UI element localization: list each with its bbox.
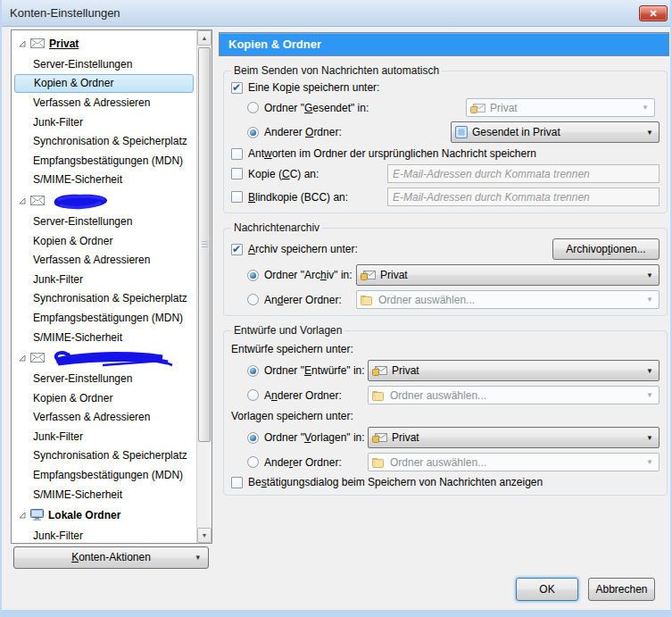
account-envelope-icon — [470, 103, 485, 113]
templates-other-label: Anderer Ordner: — [264, 456, 368, 469]
sidebar-item[interactable]: Empfangsbestätigungen (MDN) — [12, 151, 196, 171]
scrollbar-thumb[interactable] — [198, 47, 211, 442]
sidebar-account-privat[interactable]: Privat — [12, 32, 196, 54]
scroll-down-button[interactable]: ▼ — [197, 528, 212, 543]
archive-other-dropdown[interactable]: Ordner auswählen... ▼ — [356, 290, 660, 309]
titlebar[interactable]: Konten-Einstellungen ✕ — [2, 0, 670, 27]
expander-icon — [18, 354, 27, 363]
templates-other-radio[interactable] — [247, 456, 259, 468]
templates-folder-radio[interactable] — [247, 432, 259, 444]
sidebar-item[interactable]: Synchronisation & Speicherplatz — [12, 289, 196, 309]
ok-button[interactable]: OK — [516, 578, 578, 601]
expander-icon — [18, 39, 27, 48]
group-archive: Nachrichtenarchiv Archiv speichern unter… — [223, 221, 668, 316]
reply-in-origin-checkbox[interactable] — [231, 148, 243, 160]
sidebar-item[interactable]: Junk-Filter — [12, 526, 196, 543]
sidebar-item[interactable]: Junk-Filter — [12, 427, 196, 446]
window-title: Konten-Einstellungen — [10, 6, 120, 20]
archive-folder-dropdown[interactable]: Privat ▼ — [356, 264, 660, 286]
sidebar-item[interactable]: Junk-Filter — [12, 270, 196, 289]
scroll-up-icon: ▲ — [202, 35, 208, 41]
group-legend: Entwürfe und Vorlagen — [231, 324, 344, 337]
sidebar-item[interactable]: Server-Einstellungen — [12, 54, 196, 74]
konten-aktionen-button[interactable]: Konten-Aktionen ▾ — [13, 546, 209, 569]
sidebar-item[interactable]: Empfangsbestätigungen (MDN) — [12, 308, 196, 328]
expander-icon — [18, 196, 27, 205]
sidebar-item[interactable]: Verfassen & Adressieren — [12, 408, 196, 428]
sidebar-scrollbar[interactable]: ▲ ▼ — [196, 30, 212, 543]
cc-input[interactable] — [387, 164, 660, 183]
sidebar-item[interactable]: Synchronisation & Speicherplatz — [12, 131, 196, 151]
drafts-caption: Entwürfe speichern unter: — [231, 343, 660, 355]
chevron-down-icon: ▼ — [646, 129, 653, 137]
chevron-down-icon: ▼ — [646, 434, 653, 442]
scroll-up-button[interactable]: ▲ — [197, 30, 212, 46]
cancel-button[interactable]: Abbrechen — [588, 578, 655, 601]
sidebar-item[interactable]: Kopien & Ordner — [12, 388, 196, 408]
group-drafts-templates: Entwürfe und Vorlagen Entwürfe speichern… — [223, 324, 668, 496]
sidebar-account-redacted[interactable] — [12, 189, 196, 212]
drafts-folder-label: Ordner "Entwürfe" in: — [264, 364, 368, 377]
sent-folder-dropdown[interactable]: Privat ▼ — [466, 98, 655, 117]
drafts-folder-radio[interactable] — [247, 365, 259, 377]
sidebar-account-lokale-ordner[interactable]: Lokale Ordner — [12, 504, 196, 526]
sidebar-item[interactable]: Verfassen & Adressieren — [12, 250, 196, 270]
keep-archive-checkbox[interactable] — [231, 244, 243, 255]
mail-account-icon — [30, 38, 45, 48]
templates-folder-label: Ordner "Vorlagen" in: — [264, 431, 368, 444]
sidebar-item[interactable]: S/MIME-Sicherheit — [12, 328, 196, 347]
archive-folder-radio[interactable] — [247, 270, 259, 281]
drafts-other-radio[interactable] — [247, 389, 259, 401]
settings-panel: Kopien & Ordner Beim Senden von Nachrich… — [219, 32, 669, 496]
archive-other-radio[interactable] — [247, 294, 259, 305]
sidebar-item[interactable]: Server-Einstellungen — [12, 369, 196, 388]
drafts-folder-dropdown[interactable]: Privat ▼ — [368, 360, 660, 381]
panel-title: Kopien & Ordner — [219, 32, 669, 56]
chevron-down-icon: ▼ — [646, 367, 653, 375]
sidebar-item[interactable]: S/MIME-Sicherheit — [12, 171, 196, 190]
mail-account-icon — [30, 353, 45, 363]
sidebar-item[interactable]: S/MIME-Sicherheit — [12, 485, 196, 504]
cc-checkbox[interactable] — [231, 168, 243, 179]
account-name: Privat — [49, 38, 79, 50]
chevron-down-icon: ▼ — [646, 458, 653, 466]
folder-icon — [372, 456, 386, 468]
other-folder-radio[interactable] — [247, 127, 259, 138]
sidebar-account-redacted[interactable] — [12, 346, 196, 369]
bcc-checkbox[interactable] — [231, 191, 243, 203]
sidebar-item[interactable]: Kopien & Ordner — [12, 231, 196, 251]
account-tree: Privat Server-Einstellungen Kopien & Ord… — [11, 29, 212, 544]
sidebar-item[interactable]: Synchronisation & Speicherplatz — [12, 446, 196, 466]
sent-folder-radio[interactable] — [247, 102, 259, 113]
mail-account-icon — [30, 196, 45, 205]
save-copy-label: Eine Kopie speichern unter: — [248, 81, 379, 94]
account-envelope-icon — [361, 270, 376, 280]
archive-options-button[interactable]: Archivoptionen... — [552, 238, 660, 260]
drafts-other-dropdown[interactable]: Ordner auswählen... ▼ — [368, 386, 660, 404]
sidebar-item-selected[interactable]: Kopien & Ordner — [14, 74, 194, 94]
scroll-down-icon: ▼ — [202, 532, 208, 538]
sidebar-item[interactable]: Server-Einstellungen — [12, 212, 196, 231]
templates-other-dropdown[interactable]: Ordner auswählen... ▼ — [368, 453, 660, 471]
chevron-down-icon: ▼ — [646, 296, 653, 304]
group-send-automatic: Beim Senden von Nachrichten automatisch … — [223, 64, 668, 213]
folder-icon — [372, 389, 386, 401]
sidebar-item[interactable]: Verfassen & Adressieren — [12, 93, 196, 113]
confirm-dialog-checkbox[interactable] — [231, 477, 243, 488]
other-folder-label: Anderer Ordner: — [264, 126, 451, 138]
close-button[interactable]: ✕ — [639, 5, 668, 21]
account-envelope-icon — [372, 365, 387, 376]
templates-folder-dropdown[interactable]: Privat ▼ — [368, 427, 660, 448]
expander-icon — [18, 511, 27, 520]
group-legend: Nachrichtenarchiv — [231, 221, 322, 234]
save-copy-checkbox[interactable] — [231, 82, 243, 94]
sidebar-item[interactable]: Empfangsbestätigungen (MDN) — [12, 465, 196, 485]
other-folder-dropdown[interactable]: Gesendet in Privat ▼ — [451, 121, 660, 143]
archive-other-label: Anderer Ordner: — [264, 294, 356, 306]
window-bottom-border — [2, 610, 670, 617]
bcc-input[interactable] — [387, 188, 660, 206]
dropdown-marker-icon: ▾ — [195, 547, 200, 568]
chevron-down-icon: ▼ — [646, 271, 653, 279]
archive-folder-label: Ordner "Archiv" in: — [264, 269, 356, 281]
sidebar-item[interactable]: Junk-Filter — [12, 113, 196, 132]
